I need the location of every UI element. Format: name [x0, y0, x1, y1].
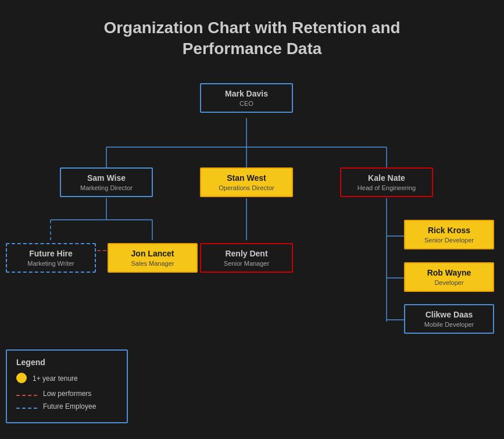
node-ceo[interactable]: Mark Davis CEO [200, 83, 293, 113]
node-rob[interactable]: Rob Wayne Developer [404, 262, 494, 292]
node-future[interactable]: Future Hire Marketing Writer [6, 243, 96, 273]
node-kale[interactable]: Kale Nate Head of Engineering [340, 167, 433, 197]
legend: Legend 1+ year tenure Low performers Fut… [6, 349, 128, 423]
node-stan[interactable]: Stan West Operations Director [200, 167, 293, 197]
node-sam[interactable]: Sam Wise Marketing Director [60, 167, 153, 197]
page-title: Organization Chart with Retention and Pe… [0, 0, 504, 72]
node-clikwe[interactable]: Clikwe Daas Mobile Developer [404, 304, 494, 334]
node-rick[interactable]: Rick Kross Senior Developer [404, 220, 494, 249]
yellow-circle-icon [16, 373, 27, 385]
node-jon[interactable]: Jon Lancet Sales Manager [108, 243, 198, 273]
legend-item-low-performers: Low performers [16, 390, 117, 398]
dashed-blue-icon [16, 402, 37, 411]
org-chart: Mark Davis CEO Sam Wise Marketing Direct… [0, 72, 504, 432]
legend-item-future: Future Employee [16, 402, 117, 411]
legend-item-yellow: 1+ year tenure [16, 373, 117, 385]
node-renly[interactable]: Renly Dent Senior Manager [200, 243, 293, 273]
dashed-red-icon [16, 390, 37, 398]
